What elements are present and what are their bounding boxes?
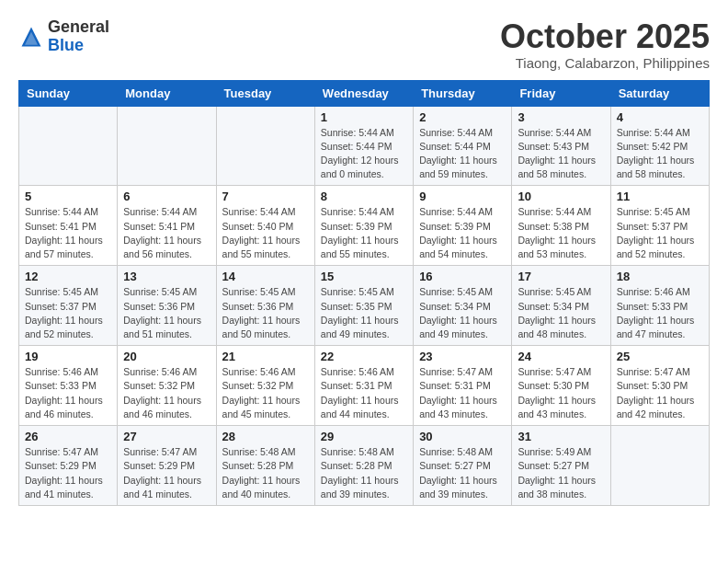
day-info: Sunrise: 5:48 AMSunset: 5:28 PMDaylight:…: [222, 445, 309, 501]
calendar-cell: 8Sunrise: 5:44 AMSunset: 5:39 PMDaylight…: [314, 186, 413, 266]
day-number: 21: [222, 350, 309, 363]
calendar-cell: 25Sunrise: 5:47 AMSunset: 5:30 PMDayligh…: [610, 346, 709, 426]
day-info: Sunrise: 5:46 AMSunset: 5:32 PMDaylight:…: [222, 365, 309, 421]
day-info: Sunrise: 5:45 AMSunset: 5:36 PMDaylight:…: [222, 285, 309, 341]
title-section: October 2025 Tiaong, Calabarzon, Philipp…: [500, 18, 710, 71]
calendar-cell: 22Sunrise: 5:46 AMSunset: 5:31 PMDayligh…: [314, 346, 413, 426]
logo: General Blue: [18, 18, 109, 55]
day-info: Sunrise: 5:47 AMSunset: 5:31 PMDaylight:…: [419, 365, 506, 421]
day-info: Sunrise: 5:44 AMSunset: 5:43 PMDaylight:…: [518, 126, 604, 182]
day-number: 29: [321, 430, 407, 443]
day-info: Sunrise: 5:47 AMSunset: 5:30 PMDaylight:…: [617, 365, 703, 421]
calendar-cell: 15Sunrise: 5:45 AMSunset: 5:35 PMDayligh…: [314, 266, 413, 346]
calendar-cell: 5Sunrise: 5:44 AMSunset: 5:41 PMDaylight…: [19, 186, 118, 266]
day-number: 19: [25, 350, 111, 363]
calendar-cell: 24Sunrise: 5:47 AMSunset: 5:30 PMDayligh…: [512, 346, 610, 426]
weekday-header-tuesday: Tuesday: [216, 80, 314, 106]
day-info: Sunrise: 5:46 AMSunset: 5:33 PMDaylight:…: [617, 285, 703, 341]
day-number: 5: [25, 190, 111, 203]
day-number: 30: [419, 430, 506, 443]
calendar-cell: 1Sunrise: 5:44 AMSunset: 5:44 PMDaylight…: [314, 106, 413, 186]
weekday-header-saturday: Saturday: [610, 80, 709, 106]
day-info: Sunrise: 5:49 AMSunset: 5:27 PMDaylight:…: [518, 445, 604, 501]
day-info: Sunrise: 5:48 AMSunset: 5:27 PMDaylight:…: [419, 445, 506, 501]
calendar-cell: 29Sunrise: 5:48 AMSunset: 5:28 PMDayligh…: [314, 426, 413, 506]
day-info: Sunrise: 5:45 AMSunset: 5:36 PMDaylight:…: [123, 285, 210, 341]
weekday-header-friday: Friday: [512, 80, 610, 106]
day-info: Sunrise: 5:47 AMSunset: 5:29 PMDaylight:…: [25, 445, 111, 501]
day-number: 26: [25, 430, 111, 443]
day-info: Sunrise: 5:44 AMSunset: 5:40 PMDaylight:…: [222, 205, 309, 261]
calendar-cell: 4Sunrise: 5:44 AMSunset: 5:42 PMDaylight…: [610, 106, 709, 186]
day-number: 15: [321, 270, 407, 283]
calendar-cell: 27Sunrise: 5:47 AMSunset: 5:29 PMDayligh…: [118, 426, 216, 506]
calendar-week-2: 5Sunrise: 5:44 AMSunset: 5:41 PMDaylight…: [19, 186, 710, 266]
calendar-cell: [610, 426, 709, 506]
calendar-week-3: 12Sunrise: 5:45 AMSunset: 5:37 PMDayligh…: [19, 266, 710, 346]
day-number: 9: [419, 190, 506, 203]
day-info: Sunrise: 5:44 AMSunset: 5:39 PMDaylight:…: [321, 205, 407, 261]
calendar-cell: 13Sunrise: 5:45 AMSunset: 5:36 PMDayligh…: [118, 266, 216, 346]
calendar-cell: 10Sunrise: 5:44 AMSunset: 5:38 PMDayligh…: [512, 186, 610, 266]
calendar-cell: 3Sunrise: 5:44 AMSunset: 5:43 PMDaylight…: [512, 106, 610, 186]
day-number: 7: [222, 190, 309, 203]
day-number: 23: [419, 350, 506, 363]
logo-general-text: General: [48, 17, 109, 36]
day-number: 14: [222, 270, 309, 283]
month-title: October 2025: [500, 18, 710, 55]
day-number: 8: [321, 190, 407, 203]
calendar-cell: 28Sunrise: 5:48 AMSunset: 5:28 PMDayligh…: [216, 426, 314, 506]
day-number: 2: [419, 110, 506, 124]
calendar-cell: 19Sunrise: 5:46 AMSunset: 5:33 PMDayligh…: [19, 346, 118, 426]
day-info: Sunrise: 5:48 AMSunset: 5:28 PMDaylight:…: [321, 445, 407, 501]
day-info: Sunrise: 5:45 AMSunset: 5:34 PMDaylight:…: [419, 285, 506, 341]
day-info: Sunrise: 5:44 AMSunset: 5:39 PMDaylight:…: [419, 205, 506, 261]
calendar-cell: [216, 106, 314, 186]
weekday-header-thursday: Thursday: [414, 80, 512, 106]
calendar-cell: 18Sunrise: 5:46 AMSunset: 5:33 PMDayligh…: [610, 266, 709, 346]
weekday-header-monday: Monday: [118, 80, 216, 106]
day-number: 1: [321, 110, 407, 124]
calendar-table: SundayMondayTuesdayWednesdayThursdayFrid…: [18, 80, 710, 506]
day-info: Sunrise: 5:46 AMSunset: 5:33 PMDaylight:…: [25, 365, 111, 421]
day-number: 31: [518, 430, 604, 443]
day-info: Sunrise: 5:44 AMSunset: 5:44 PMDaylight:…: [419, 126, 506, 182]
day-number: 24: [518, 350, 604, 363]
day-number: 12: [25, 270, 111, 283]
calendar-cell: [19, 106, 118, 186]
day-info: Sunrise: 5:45 AMSunset: 5:37 PMDaylight:…: [617, 205, 703, 261]
day-info: Sunrise: 5:46 AMSunset: 5:32 PMDaylight:…: [123, 365, 210, 421]
calendar-header: SundayMondayTuesdayWednesdayThursdayFrid…: [19, 80, 710, 106]
calendar-cell: 20Sunrise: 5:46 AMSunset: 5:32 PMDayligh…: [118, 346, 216, 426]
day-info: Sunrise: 5:47 AMSunset: 5:30 PMDaylight:…: [518, 365, 604, 421]
day-info: Sunrise: 5:47 AMSunset: 5:29 PMDaylight:…: [123, 445, 210, 501]
calendar-week-4: 19Sunrise: 5:46 AMSunset: 5:33 PMDayligh…: [19, 346, 710, 426]
logo-icon: [18, 24, 44, 50]
calendar-cell: 12Sunrise: 5:45 AMSunset: 5:37 PMDayligh…: [19, 266, 118, 346]
calendar-cell: 23Sunrise: 5:47 AMSunset: 5:31 PMDayligh…: [414, 346, 512, 426]
page-header: General Blue October 2025 Tiaong, Calaba…: [18, 18, 710, 71]
day-number: 11: [617, 190, 703, 203]
day-info: Sunrise: 5:44 AMSunset: 5:38 PMDaylight:…: [518, 205, 604, 261]
day-info: Sunrise: 5:45 AMSunset: 5:37 PMDaylight:…: [25, 285, 111, 341]
calendar-cell: 16Sunrise: 5:45 AMSunset: 5:34 PMDayligh…: [414, 266, 512, 346]
day-info: Sunrise: 5:45 AMSunset: 5:35 PMDaylight:…: [321, 285, 407, 341]
calendar-cell: 11Sunrise: 5:45 AMSunset: 5:37 PMDayligh…: [610, 186, 709, 266]
calendar-cell: 6Sunrise: 5:44 AMSunset: 5:41 PMDaylight…: [118, 186, 216, 266]
day-number: 18: [617, 270, 703, 283]
calendar-cell: [118, 106, 216, 186]
day-info: Sunrise: 5:44 AMSunset: 5:41 PMDaylight:…: [25, 205, 111, 261]
day-number: 3: [518, 110, 604, 124]
logo-blue-text: Blue: [48, 36, 84, 54]
calendar-cell: 21Sunrise: 5:46 AMSunset: 5:32 PMDayligh…: [216, 346, 314, 426]
day-number: 25: [617, 350, 703, 363]
day-info: Sunrise: 5:44 AMSunset: 5:42 PMDaylight:…: [617, 126, 703, 182]
day-info: Sunrise: 5:46 AMSunset: 5:31 PMDaylight:…: [321, 365, 407, 421]
calendar-cell: 2Sunrise: 5:44 AMSunset: 5:44 PMDaylight…: [414, 106, 512, 186]
day-number: 27: [123, 430, 210, 443]
day-number: 6: [123, 190, 210, 203]
calendar-cell: 9Sunrise: 5:44 AMSunset: 5:39 PMDaylight…: [414, 186, 512, 266]
weekday-header-sunday: Sunday: [19, 80, 118, 106]
day-number: 22: [321, 350, 407, 363]
day-number: 20: [123, 350, 210, 363]
